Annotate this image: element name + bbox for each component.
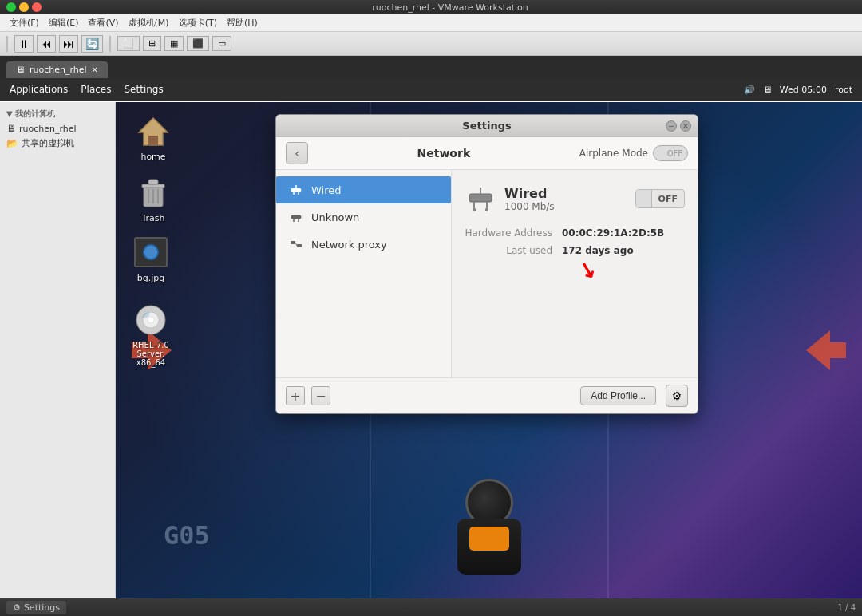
wired-speed: 1000 Mb/s — [504, 201, 555, 212]
settings-title: Settings — [462, 120, 511, 132]
desktop-icon-bgjpg[interactable]: bg.jpg — [125, 230, 176, 286]
nav-item-unknown[interactable]: Unknown — [276, 203, 451, 231]
rhel-icon-label: RHEL-7.0 Server. x86_64 — [129, 341, 173, 367]
bgjpg-icon-label: bg.jpg — [137, 273, 164, 283]
sidebar: ▼ 我的计算机 🖥 ruochen_rhel 📂 共享的虚拟机 — [0, 102, 116, 598]
minimize-btn[interactable]: − — [666, 120, 677, 132]
wired-nav-icon — [289, 183, 303, 197]
desktop-icon-trash[interactable]: Trash — [128, 170, 179, 227]
taskbar-settings-icon: ⚙ — [13, 602, 21, 613]
tab-bar: 🖥 ruochen_rhel ✕ — [0, 56, 862, 78]
nav-item-network-proxy[interactable]: Network proxy — [276, 231, 451, 258]
desktop: G05 home Trash — [116, 102, 862, 598]
settings-body: Wired Unknown — [276, 170, 698, 377]
settings-header: ‹ Network Airplane Mode OFF — [276, 137, 698, 170]
hardware-address-value: 00:0C:29:1A:2D:5B — [562, 227, 664, 239]
wired-content-icon — [465, 183, 496, 215]
svg-rect-19 — [291, 241, 295, 244]
toolbar-forward[interactable]: ⏭ — [59, 35, 78, 53]
airplane-toggle[interactable]: OFF — [653, 145, 688, 161]
close-btn[interactable]: ✕ — [680, 120, 691, 132]
svg-rect-4 — [148, 180, 158, 184]
desktop-icon-rhel[interactable]: RHEL-7.0 Server. x86_64 — [125, 298, 176, 370]
proxy-nav-icon — [289, 237, 303, 251]
wired-info: Wired 1000 Mb/s — [504, 186, 555, 212]
gnome-menu: Applications Places Settings — [10, 84, 164, 95]
vmware-title: ruochen_rhel - VMware Workstation — [45, 2, 856, 13]
vm-tab[interactable]: 🖥 ruochen_rhel ✕ — [6, 61, 108, 78]
wired-toggle-btn[interactable]: OFF — [635, 189, 685, 208]
svg-rect-3 — [142, 184, 164, 188]
gnome-applications[interactable]: Applications — [10, 84, 68, 95]
wired-header: Wired 1000 Mb/s OFF — [465, 183, 685, 215]
dvd-icon — [132, 301, 170, 339]
back-button[interactable]: ‹ — [286, 142, 308, 164]
svg-rect-22 — [469, 194, 492, 202]
svg-rect-1 — [148, 136, 158, 145]
settings-gear-btn[interactable]: ⚙ — [666, 385, 688, 407]
image-icon — [132, 233, 170, 271]
gnome-topbar: Applications Places Settings 🔊 🖥 Wed 05:… — [0, 78, 862, 101]
sidebar-item-shared[interactable]: 📂 共享的虚拟机 — [0, 136, 115, 151]
gnome-settings[interactable]: Settings — [124, 84, 163, 95]
taskbar: ⚙ Settings 1 / 4 — [0, 598, 862, 616]
volume-icon[interactable]: 🔊 — [744, 85, 755, 95]
window-controls: − ✕ — [666, 120, 691, 132]
airplane-mode-label: Airplane Mode — [579, 148, 648, 159]
network-status-icon[interactable]: 🖥 — [763, 85, 772, 95]
trash-icon — [134, 173, 172, 211]
menu-help[interactable]: 帮助(H) — [222, 15, 263, 30]
vmware-menubar: 文件(F) 编辑(E) 查看(V) 虚拟机(M) 选项卡(T) 帮助(H) — [0, 14, 862, 32]
menu-tabs[interactable]: 选项卡(T) — [174, 15, 222, 30]
nav-proxy-label: Network proxy — [311, 239, 387, 251]
toolbar-refresh[interactable]: 🔄 — [81, 35, 103, 53]
settings-footer: + − Add Profile... ⚙ — [276, 377, 698, 413]
toolbar-view5[interactable]: ▭ — [212, 36, 231, 51]
settings-titlebar: Settings − ✕ — [276, 115, 698, 137]
vmware-green-btn[interactable] — [6, 2, 16, 12]
toolbar-view1[interactable]: ⬜ — [117, 36, 140, 51]
taskbar-settings-item[interactable]: ⚙ Settings — [6, 601, 66, 614]
astronaut-figure — [457, 479, 521, 575]
menu-file[interactable]: 文件(F) — [5, 15, 44, 30]
svg-rect-26 — [473, 208, 476, 211]
svg-rect-16 — [291, 215, 301, 219]
hardware-address-row: Hardware Address 00:0C:29:1A:2D:5B — [465, 227, 685, 239]
settings-dialog: Settings − ✕ ‹ Network Airplane Mode OFF — [275, 114, 698, 414]
toolbar-view3[interactable]: ▦ — [164, 36, 184, 51]
airplane-mode-control: Airplane Mode OFF — [579, 145, 688, 161]
vmware-yellow-btn[interactable] — [19, 2, 29, 12]
menu-vm[interactable]: 虚拟机(M) — [124, 15, 174, 30]
toolbar-rewind[interactable]: ⏮ — [37, 35, 56, 53]
tab-close-btn[interactable]: ✕ — [92, 65, 98, 74]
vm-icon: 🖥 — [6, 123, 16, 134]
home-icon — [134, 112, 172, 150]
nav-item-wired[interactable]: Wired — [276, 176, 451, 203]
toggle-slider — [636, 190, 652, 207]
svg-rect-20 — [297, 244, 302, 247]
gnome-places[interactable]: Places — [81, 84, 111, 95]
svg-rect-27 — [485, 208, 488, 211]
tab-icon: 🖥 — [16, 65, 25, 75]
sidebar-collapse-icon[interactable]: ▼ — [6, 109, 13, 118]
vmware-red-btn[interactable] — [32, 2, 42, 12]
last-used-label: Last used — [465, 245, 552, 256]
toolbar-pause[interactable]: ⏸ — [14, 35, 34, 53]
level-label: G05 — [164, 520, 210, 551]
toolbar-view2[interactable]: ⊞ — [143, 36, 161, 51]
settings-nav-sidebar: Wired Unknown — [276, 170, 452, 377]
last-used-value: 172 days ago — [562, 245, 634, 256]
add-profile-btn[interactable]: Add Profile... — [580, 386, 656, 405]
menu-view[interactable]: 查看(V) — [83, 15, 123, 30]
toolbar-view4[interactable]: ⬛ — [187, 36, 209, 51]
desktop-icon-home[interactable]: home — [128, 109, 179, 165]
settings-content: Wired 1000 Mb/s OFF Hardware Address 00:… — [452, 170, 698, 377]
remove-connection-btn[interactable]: − — [311, 386, 330, 405]
wired-off-label: OFF — [652, 192, 684, 206]
taskbar-page-info: 1 / 4 — [838, 603, 856, 612]
sidebar-item-ruochen[interactable]: 🖥 ruochen_rhel — [0, 121, 115, 136]
airplane-toggle-state: OFF — [667, 149, 686, 158]
menu-edit[interactable]: 编辑(E) — [44, 15, 84, 30]
gnome-user[interactable]: root — [835, 85, 852, 95]
add-connection-btn[interactable]: + — [286, 386, 305, 405]
